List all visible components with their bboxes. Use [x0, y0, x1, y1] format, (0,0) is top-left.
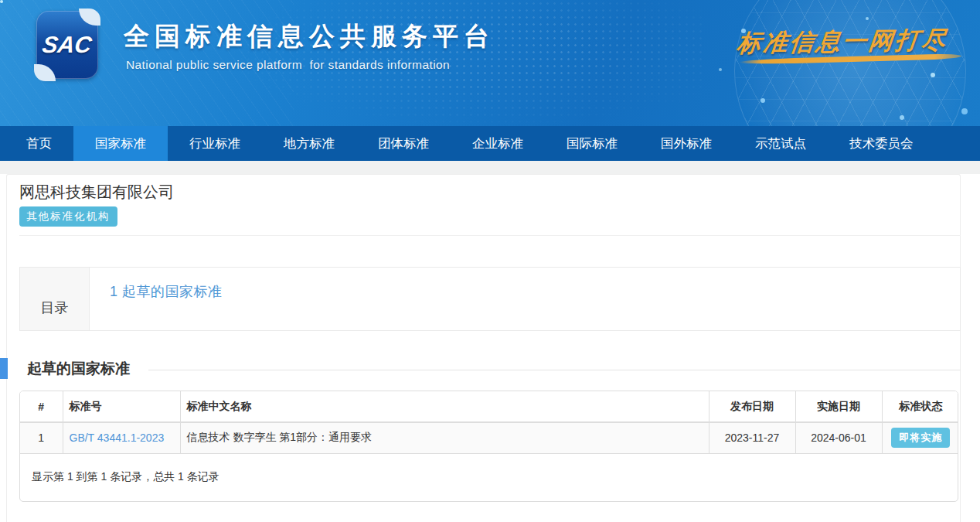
organization-type-badge: 其他标准化机构	[19, 206, 117, 227]
divider	[19, 235, 961, 236]
section-accent-bar	[0, 358, 8, 379]
sac-logo-text: SAC	[41, 32, 94, 58]
spark-dots-decor	[0, 0, 3, 3]
cell-standard-code: GB/T 43441.1-2023	[63, 422, 180, 453]
nav-content-gap	[0, 161, 980, 174]
toc-body: 1 起草的国家标准	[90, 268, 960, 330]
col-header-standard-code: 标准号	[63, 391, 180, 422]
status-badge: 即将实施	[891, 428, 950, 448]
nav-tab-national-standards[interactable]: 国家标准	[73, 126, 168, 161]
section-rule	[148, 370, 961, 370]
cell-publish-date: 2023-11-27	[709, 422, 795, 453]
nav-tab-international-standards[interactable]: 国际标准	[545, 126, 639, 161]
nav-tab-industry-standards[interactable]: 行业标准	[168, 126, 262, 161]
table-record-summary: 显示第 1 到第 1 条记录，总共 1 条记录	[20, 454, 958, 500]
nav-tab-enterprise-standards[interactable]: 企业标准	[451, 126, 545, 161]
standards-table: # 标准号 标准中文名称 发布日期 实施日期 标准状态 1 GB/T 43441…	[20, 391, 958, 454]
nav-tab-home[interactable]: 首页	[5, 126, 73, 161]
table-row: 1 GB/T 43441.1-2023 信息技术 数字孪生 第1部分：通用要求 …	[20, 422, 958, 453]
standard-code-link[interactable]: GB/T 43441.1-2023	[70, 432, 165, 444]
cell-index: 1	[20, 422, 63, 453]
standards-table-container: # 标准号 标准中文名称 发布日期 实施日期 标准状态 1 GB/T 43441…	[19, 391, 958, 502]
main-nav: 首页 国家标准 行业标准 地方标准 团体标准 企业标准 国际标准 国外标准 示范…	[0, 126, 980, 161]
cell-implement-date: 2024-06-01	[795, 422, 882, 453]
col-header-index: #	[20, 391, 63, 422]
col-header-status: 标准状态	[882, 391, 958, 422]
toc-link-drafted-national-standards[interactable]: 1 起草的国家标准	[110, 284, 223, 299]
nav-tab-technical-committee[interactable]: 技术委员会	[828, 126, 935, 161]
site-header: SAC 全国标准信息公共服务平台 National public service…	[0, 0, 980, 126]
col-header-standard-name: 标准中文名称	[180, 391, 709, 422]
organization-name: 网思科技集团有限公司	[19, 182, 174, 203]
col-header-publish-date: 发布日期	[709, 391, 795, 422]
section-title: 起草的国家标准	[27, 359, 130, 379]
nav-tab-foreign-standards[interactable]: 国外标准	[639, 126, 733, 161]
nav-tab-group-standards[interactable]: 团体标准	[356, 126, 451, 161]
table-header-row: # 标准号 标准中文名称 发布日期 实施日期 标准状态	[20, 391, 958, 422]
nav-tab-pilot-demo[interactable]: 示范试点	[733, 126, 828, 161]
nav-tab-local-standards[interactable]: 地方标准	[262, 126, 356, 161]
cell-status: 即将实施	[882, 422, 958, 453]
sac-logo[interactable]: SAC	[36, 11, 98, 79]
cell-standard-name: 信息技术 数字孪生 第1部分：通用要求	[180, 422, 709, 453]
col-header-implement-date: 实施日期	[795, 391, 882, 422]
site-title: 全国标准信息公共服务平台	[124, 19, 495, 54]
toc-panel: 目录 1 起草的国家标准	[19, 267, 961, 331]
toc-label: 目录	[20, 268, 90, 330]
site-subtitle: National public service platform for sta…	[126, 58, 450, 72]
